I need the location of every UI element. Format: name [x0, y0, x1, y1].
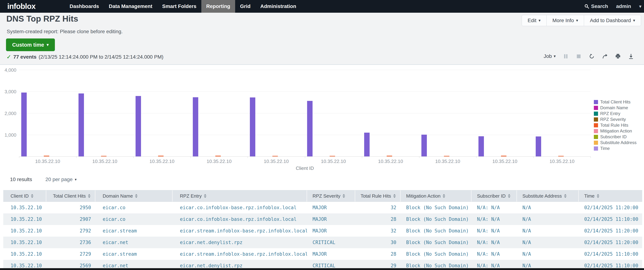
legend-item-domain-name[interactable]: Domain Name: [594, 105, 636, 110]
print-icon[interactable]: [614, 53, 621, 60]
cell-mitigation-action[interactable]: Block (No Such Domain): [401, 202, 472, 213]
cell-client-id[interactable]: 10.35.22.10: [3, 225, 46, 237]
bar-total-rule-hits[interactable]: [101, 156, 106, 156]
bar-total-rule-hits[interactable]: [558, 156, 564, 156]
cell-time[interactable]: 02/14/2025 11:10:00: [579, 248, 642, 260]
column-header-client-id[interactable]: Client ID: [3, 190, 46, 202]
bar-total-rule-hits[interactable]: [215, 156, 221, 156]
cell-total-rule-hits[interactable]: 32: [355, 202, 401, 213]
cell-time[interactable]: 02/14/2025 11:20:00: [579, 202, 642, 213]
column-header-total-rule-hits[interactable]: Total Rule Hits: [355, 190, 401, 202]
cell-total-rule-hits[interactable]: 28: [355, 248, 401, 260]
legend-item-substitute-address[interactable]: Substitute Address: [594, 140, 636, 145]
bar-total-client-hits[interactable]: [364, 133, 370, 156]
global-search[interactable]: Search: [584, 3, 608, 9]
bar-total-client-hits[interactable]: [136, 96, 141, 156]
cell-mitigation-action[interactable]: Block (No Such Domain): [401, 237, 472, 248]
cell-total-client-hits[interactable]: 2792: [46, 225, 96, 237]
cell-mitigation-action[interactable]: Block (No Such Domain): [401, 225, 472, 237]
nav-item-smart-folders[interactable]: Smart Folders: [157, 0, 201, 13]
cell-total-client-hits[interactable]: 2736: [46, 237, 96, 248]
cell-rpz-severity[interactable]: MAJOR: [307, 213, 355, 225]
cell-client-id[interactable]: 10.35.22.10: [3, 213, 46, 225]
cell-domain-name[interactable]: eicar.net: [96, 237, 173, 248]
bar-total-client-hits[interactable]: [21, 93, 27, 156]
column-header-substitute-address[interactable]: Substitute Address: [517, 190, 579, 202]
reload-icon[interactable]: [588, 53, 595, 60]
bar-total-rule-hits[interactable]: [272, 156, 278, 156]
cell-total-client-hits[interactable]: 2950: [46, 202, 96, 213]
column-header-mitigation-action[interactable]: Mitigation Action: [401, 190, 472, 202]
cell-mitigation-action[interactable]: Block (No Such Domain): [401, 213, 472, 225]
cell-rpz-entry[interactable]: eicar.co.infoblox-base.rpz.infoblox.loca…: [173, 213, 307, 225]
cell-total-client-hits[interactable]: 2729: [46, 248, 96, 260]
column-header-time[interactable]: Time: [579, 190, 642, 202]
column-header-rpz-entry[interactable]: RPZ Entry: [173, 190, 307, 202]
cell-substitute-address[interactable]: N/A: [517, 225, 579, 237]
cell-client-id[interactable]: 10.35.22.10: [3, 237, 46, 248]
cell-domain-name[interactable]: eicar.co: [96, 213, 173, 225]
cell-domain-name[interactable]: eicar.stream: [96, 225, 173, 237]
legend-item-subscriber-id[interactable]: Subscriber ID: [594, 134, 636, 139]
user-menu[interactable]: admin: [616, 3, 631, 9]
share-icon[interactable]: [602, 53, 608, 60]
legend-item-time[interactable]: Time: [594, 146, 636, 151]
job-menu[interactable]: Job ▾: [544, 53, 556, 59]
cell-time[interactable]: 02/14/2025 11:10:00: [579, 213, 642, 225]
user-menu-caret-icon[interactable]: ▾: [639, 4, 642, 9]
bar-total-rule-hits[interactable]: [158, 156, 164, 156]
cell-substitute-address[interactable]: N/A: [517, 213, 579, 225]
cell-rpz-entry[interactable]: eicar.co.infoblox-base.rpz.infoblox.loca…: [173, 202, 307, 213]
bar-total-rule-hits[interactable]: [330, 156, 335, 156]
nav-item-grid[interactable]: Grid: [235, 0, 256, 13]
bar-total-client-hits[interactable]: [307, 101, 312, 156]
nav-item-reporting[interactable]: Reporting: [201, 0, 235, 13]
cell-client-id[interactable]: 10.35.22.10: [3, 248, 46, 260]
cell-subscriber-id[interactable]: N/A: N/A: [472, 248, 517, 260]
cell-total-rule-hits[interactable]: 28: [355, 213, 401, 225]
cell-subscriber-id[interactable]: N/A: N/A: [472, 213, 517, 225]
per-page-dropdown[interactable]: 20 per page ▾: [46, 177, 77, 182]
nav-item-administration[interactable]: Administration: [256, 0, 301, 13]
more-info-button[interactable]: More Info▾: [546, 15, 584, 26]
cell-subscriber-id[interactable]: N/A: N/A: [472, 237, 517, 248]
cell-domain-name[interactable]: eicar.stream: [96, 248, 173, 260]
column-header-subscriber-id[interactable]: Subscriber ID: [472, 190, 517, 202]
cell-rpz-severity[interactable]: CRITICAL: [307, 237, 355, 248]
cell-time[interactable]: 02/14/2025 11:20:00: [579, 237, 642, 248]
cell-rpz-severity[interactable]: MAJOR: [307, 248, 355, 260]
edit-button[interactable]: Edit▾: [522, 15, 546, 26]
bar-total-client-hits[interactable]: [78, 93, 84, 156]
cell-domain-name[interactable]: eicar.co: [96, 202, 173, 213]
cell-rpz-entry[interactable]: eicar.stream.infoblox-base.rpz.infoblox.…: [173, 248, 307, 260]
bar-total-client-hits[interactable]: [250, 97, 255, 156]
nav-item-dashboards[interactable]: Dashboards: [65, 0, 104, 13]
column-header-rpz-severity[interactable]: RPZ Severity: [307, 190, 355, 202]
column-header-total-client-hits[interactable]: Total Client Hits: [46, 190, 96, 202]
legend-item-mitigation-action[interactable]: Mitigation Action: [594, 129, 636, 134]
legend-item-total-rule-hits[interactable]: Total Rule Hits: [594, 123, 636, 128]
bar-total-client-hits[interactable]: [536, 136, 541, 156]
cell-subscriber-id[interactable]: N/A: N/A: [472, 202, 517, 213]
cell-total-rule-hits[interactable]: 32: [355, 225, 401, 237]
cell-subscriber-id[interactable]: N/A: N/A: [472, 225, 517, 237]
legend-item-rpz-entry[interactable]: RPZ Entry: [594, 111, 636, 116]
cell-rpz-entry[interactable]: eicar.net.denylist.rpz: [173, 237, 307, 248]
cell-substitute-address[interactable]: N/A: [517, 202, 579, 213]
cell-mitigation-action[interactable]: Block (No Such Domain): [401, 248, 472, 260]
cell-time[interactable]: 02/14/2025 11:20:00: [579, 225, 642, 237]
bar-total-client-hits[interactable]: [422, 135, 427, 156]
cell-total-rule-hits[interactable]: 30: [355, 237, 401, 248]
legend-item-rpz-severity[interactable]: RPZ Severity: [594, 117, 636, 122]
bar-total-client-hits[interactable]: [193, 97, 198, 156]
bar-total-rule-hits[interactable]: [387, 156, 392, 156]
cell-rpz-severity[interactable]: MAJOR: [307, 202, 355, 213]
export-icon[interactable]: [628, 53, 634, 60]
bar-total-rule-hits[interactable]: [444, 156, 450, 156]
cell-total-client-hits[interactable]: 2907: [46, 213, 96, 225]
cell-rpz-severity[interactable]: MAJOR: [307, 225, 355, 237]
bar-total-rule-hits[interactable]: [44, 156, 49, 156]
column-header-domain-name[interactable]: Domain Name: [96, 190, 173, 202]
legend-item-total-client-hits[interactable]: Total Client Hits: [594, 99, 636, 105]
cell-rpz-entry[interactable]: eicar.stream.infoblox-base.rpz.infoblox.…: [173, 225, 307, 237]
